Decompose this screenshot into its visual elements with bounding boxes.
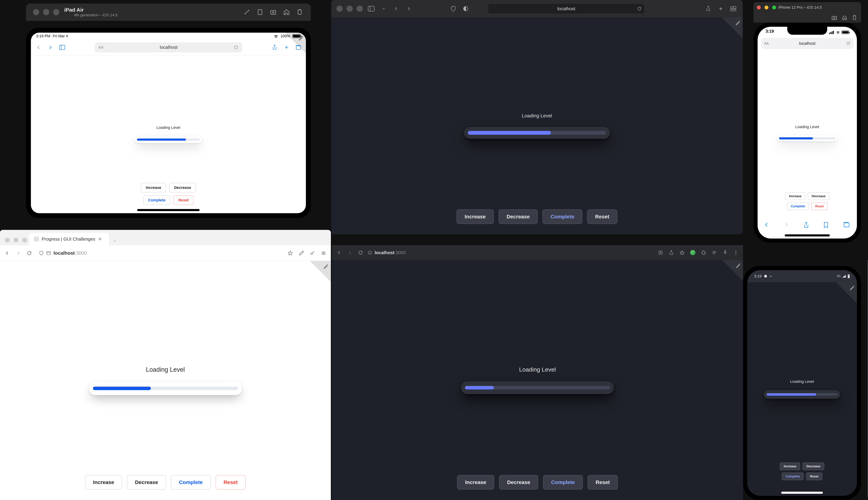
new-tab-button[interactable]: ＋ (111, 239, 118, 243)
share-icon[interactable] (704, 4, 712, 13)
reset-button[interactable]: Reset (216, 475, 246, 490)
sidebar-icon[interactable] (367, 4, 375, 13)
share-icon[interactable] (271, 44, 278, 51)
complete-button[interactable]: Complete (782, 473, 803, 480)
menu-icon[interactable] (320, 249, 327, 257)
window-controls[interactable] (336, 5, 363, 12)
address-bar[interactable]: localhost:3000 (368, 250, 406, 255)
increase-button[interactable]: Increase (141, 183, 166, 192)
forward-icon[interactable] (404, 4, 413, 13)
increase-button[interactable]: Increase (780, 463, 800, 470)
profile-icon[interactable] (689, 249, 696, 256)
close-dot[interactable] (5, 238, 10, 242)
back-icon[interactable] (335, 249, 343, 256)
window-controls[interactable] (757, 5, 776, 9)
address-bar[interactable]: AA localhost (761, 38, 854, 49)
site-info-icon[interactable] (46, 251, 51, 255)
back-icon[interactable] (764, 222, 772, 230)
rotate-icon[interactable] (256, 8, 264, 16)
share-icon[interactable] (803, 222, 811, 230)
increase-button[interactable]: Increase (85, 475, 122, 490)
menu-icon[interactable] (732, 249, 740, 256)
close-dot[interactable] (757, 5, 761, 9)
zoom-dot[interactable] (357, 5, 363, 12)
clipboard-icon[interactable] (296, 8, 304, 16)
site-info-icon[interactable] (368, 250, 372, 255)
bookmarks-icon[interactable] (823, 222, 831, 230)
complete-button[interactable]: Complete (171, 475, 211, 490)
window-controls[interactable] (33, 9, 59, 15)
close-tab-icon[interactable]: ✕ (98, 237, 102, 242)
reader-icon[interactable]: AA (99, 45, 103, 50)
complete-button[interactable]: Complete (787, 202, 809, 210)
browser-tab[interactable]: Progress | GUI Challenges ✕ (29, 233, 109, 245)
refresh-icon[interactable] (26, 249, 33, 257)
devtools-corner-icon[interactable] (285, 33, 306, 54)
increase-button[interactable]: Increase (457, 209, 494, 224)
decrease-button[interactable]: Decrease (802, 463, 824, 470)
refresh-icon[interactable] (357, 249, 364, 256)
reset-button[interactable]: Reset (173, 195, 194, 205)
home-indicator[interactable] (785, 234, 830, 237)
zoom-dot[interactable] (772, 5, 776, 9)
star-icon[interactable] (287, 249, 294, 257)
reset-button[interactable]: Reset (811, 202, 827, 210)
shield-icon[interactable] (449, 4, 457, 13)
screenshot-icon[interactable] (269, 8, 277, 16)
reset-button[interactable]: Reset (587, 475, 618, 490)
refresh-icon[interactable] (637, 7, 642, 11)
back-icon[interactable] (3, 249, 11, 257)
refresh-icon[interactable] (846, 41, 850, 45)
screenshot-icon[interactable] (832, 15, 837, 20)
zoom-dot[interactable] (22, 238, 27, 242)
decrease-button[interactable]: Decrease (499, 209, 538, 224)
mic-icon[interactable] (721, 249, 729, 256)
address-bar[interactable]: localhost (488, 4, 644, 13)
key-icon[interactable] (309, 249, 316, 257)
appearance-icon[interactable] (461, 4, 470, 13)
zoom-dot[interactable] (53, 9, 59, 15)
decrease-button[interactable]: Decrease (169, 183, 196, 192)
wand-icon[interactable] (243, 8, 251, 16)
share-icon[interactable] (668, 249, 675, 256)
new-tab-icon[interactable] (717, 4, 725, 13)
reset-button[interactable]: Reset (806, 473, 822, 480)
back-icon[interactable] (392, 4, 400, 13)
close-dot[interactable] (33, 9, 39, 15)
minimize-dot[interactable] (43, 9, 49, 15)
refresh-icon[interactable] (234, 45, 238, 50)
reader-icon[interactable]: AA (764, 42, 769, 45)
home-indicator[interactable] (781, 492, 823, 494)
decrease-button[interactable]: Decrease (499, 475, 538, 490)
complete-button[interactable]: Complete (143, 195, 170, 205)
increase-button[interactable]: Increase (785, 192, 805, 200)
complete-button[interactable]: Complete (543, 475, 583, 490)
address-bar[interactable]: AA localhost (95, 42, 242, 53)
complete-button[interactable]: Complete (542, 209, 582, 224)
extensions-icon[interactable] (700, 249, 707, 256)
star-icon[interactable] (678, 249, 686, 256)
home-icon[interactable] (282, 8, 290, 16)
forward-icon[interactable] (47, 44, 54, 51)
home-icon[interactable] (842, 15, 847, 20)
close-dot[interactable] (336, 5, 343, 12)
tabs-icon[interactable] (843, 222, 851, 230)
sidebar-icon[interactable] (59, 44, 66, 51)
decrease-button[interactable]: Decrease (127, 475, 166, 490)
minimize-dot[interactable] (346, 5, 353, 12)
minimize-dot[interactable] (765, 5, 768, 9)
decrease-button[interactable]: Decrease (808, 192, 829, 200)
back-icon[interactable] (35, 44, 42, 51)
clipboard-icon[interactable] (852, 15, 857, 21)
window-controls[interactable] (5, 238, 27, 242)
chevron-down-icon[interactable] (379, 4, 388, 13)
home-indicator[interactable] (137, 209, 199, 211)
eyedropper-icon[interactable] (298, 249, 305, 257)
install-icon[interactable] (657, 249, 664, 256)
minimize-dot[interactable] (13, 238, 19, 242)
tabs-icon[interactable] (729, 4, 738, 13)
increase-button[interactable]: Increase (457, 475, 494, 490)
address-bar[interactable]: localhost:3000 (37, 248, 283, 258)
reset-button[interactable]: Reset (587, 209, 617, 224)
reading-list-icon[interactable] (711, 249, 718, 256)
